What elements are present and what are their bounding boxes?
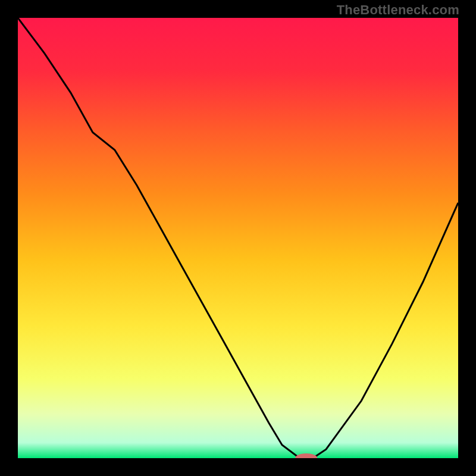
chart-stage: TheBottleneck.com	[0, 0, 476, 476]
watermark-label: TheBottleneck.com	[337, 2, 459, 18]
gradient-background	[18, 18, 458, 458]
plot-svg	[18, 18, 458, 458]
plot-area	[18, 18, 458, 458]
